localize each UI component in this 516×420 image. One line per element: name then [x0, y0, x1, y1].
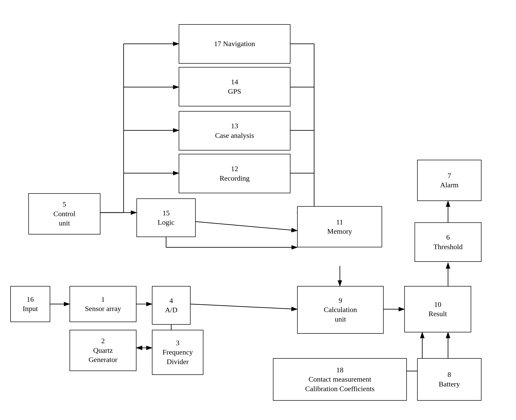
- block-ad: 4A/D: [152, 286, 191, 325]
- block-memory: 11Memory: [297, 206, 382, 247]
- block-input: 16Input: [10, 286, 50, 322]
- block-control-label: 5Controlunit: [53, 200, 75, 228]
- block-recording-label: 12Recording: [220, 164, 250, 183]
- block-result-label: 10Result: [428, 300, 447, 319]
- block-calculation-unit: 9Calculationunit: [297, 286, 384, 334]
- block-freq-label: 3FrequencyDivider: [162, 338, 193, 366]
- block-memory-label: 11Memory: [327, 217, 352, 236]
- block-logic: 15Logic: [136, 198, 196, 237]
- block-quartz-label: 2QuartzGenerator: [89, 336, 117, 364]
- block-case-analysis: 13Case analysis: [179, 111, 290, 150]
- block-alarm-label: 7Alarm: [440, 171, 459, 190]
- block-navigation: 17 Navigation: [179, 24, 290, 64]
- block-result: 10Result: [404, 286, 471, 332]
- block-contact-label: 18Contact measurementCalibration Coeffic…: [305, 365, 374, 393]
- block-input-label: 16Input: [23, 295, 38, 314]
- block-navigation-label: 17 Navigation: [214, 39, 255, 48]
- block-gps-label: 14GPS: [228, 77, 241, 96]
- block-threshold-label: 6Threshold: [433, 233, 463, 251]
- block-threshold: 6Threshold: [415, 222, 481, 262]
- block-ad-label: 4A/D: [165, 296, 177, 315]
- block-battery-label: 8Battery: [439, 370, 460, 389]
- block-recording: 12Recording: [179, 154, 290, 193]
- block-battery: 8Battery: [417, 358, 481, 401]
- block-contact-measurement: 18Contact measurementCalibration Coeffic…: [273, 358, 407, 401]
- block-control-unit: 5Controlunit: [28, 193, 100, 234]
- block-quartz-generator: 2QuartzGenerator: [70, 330, 136, 371]
- block-sensor-array: 1Sensor array: [70, 286, 136, 322]
- svg-line-17: [196, 222, 297, 231]
- block-logic-label: 15Logic: [158, 208, 174, 227]
- block-case-label: 13Case analysis: [215, 121, 254, 140]
- block-alarm: 7Alarm: [417, 160, 481, 201]
- block-frequency-divider: 3FrequencyDivider: [152, 330, 203, 375]
- block-calc-label: 9Calculationunit: [324, 296, 357, 324]
- block-sensor-label: 1Sensor array: [85, 295, 121, 314]
- svg-line-23: [191, 304, 297, 309]
- block-gps: 14GPS: [179, 67, 290, 106]
